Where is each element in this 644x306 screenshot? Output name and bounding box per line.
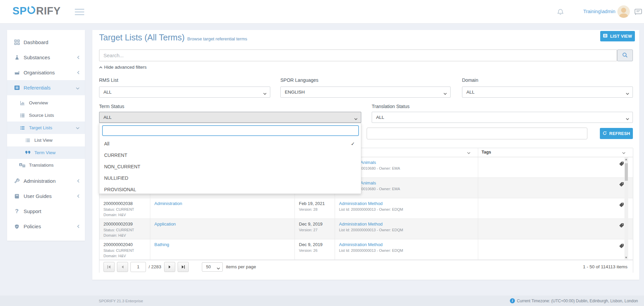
dropdown-option-nullified[interactable]: NULLIFIED	[99, 172, 362, 184]
hide-advanced-filters-link[interactable]: Hide advanced filters	[99, 65, 147, 70]
sidebar-item-substances[interactable]: Substances	[7, 50, 85, 65]
page-title: Target Lists (All Terms)Browse target re…	[99, 33, 247, 42]
last-page-button[interactable]	[178, 262, 189, 272]
top-bar: SPRIFY Training\admin	[0, 0, 644, 24]
dropdown-option-list: All ✓ CURRENT NON_CURRENT NULLIFIED PROV…	[99, 138, 362, 195]
list-meta: List Id: 200000000013 - Owner: EDQM	[339, 228, 474, 233]
previous-page-button[interactable]	[117, 262, 128, 272]
sidebar-item-referentials[interactable]: Referentials	[7, 80, 85, 95]
user-avatar[interactable]	[617, 5, 630, 18]
term-status: Status: CURRENT	[103, 228, 146, 233]
sidebar-item-term-view[interactable]: Term View	[7, 146, 85, 159]
page-count-label: / 2283	[149, 264, 161, 269]
check-icon: ✓	[351, 138, 355, 149]
chevron-down-icon	[217, 266, 220, 271]
page-size-select[interactable]: 50	[202, 262, 223, 272]
scrollbar-thumb[interactable]	[625, 163, 628, 181]
dropdown-option-provisional[interactable]: PROVISIONAL	[99, 184, 362, 195]
sidebar-item-label: User Guides	[24, 193, 52, 199]
sidebar-item-overview[interactable]: Overview	[7, 97, 85, 109]
sidebar-item-support[interactable]: ? Support	[7, 204, 85, 219]
refresh-icon	[603, 131, 607, 136]
items-per-page-label: items per page	[226, 264, 256, 269]
term-link[interactable]: Bathing	[154, 242, 290, 247]
rms-list-select[interactable]: ALL	[99, 87, 270, 98]
chevron-left-icon	[77, 193, 80, 199]
sidebar-item-label: Term View	[34, 150, 56, 155]
sidebar-item-label: Dashboard	[24, 39, 48, 45]
term-status-dropdown: All ✓ CURRENT NON_CURRENT NULLIFIED PROV…	[99, 123, 361, 194]
sidebar-item-source-lists[interactable]: Source Lists	[7, 109, 85, 122]
dropdown-option-non-current[interactable]: NON_CURRENT	[99, 161, 362, 172]
sidebar-item-list-view[interactable]: List View	[7, 134, 85, 146]
sidebar-item-target-lists[interactable]: Target Lists	[7, 122, 85, 134]
list-icon	[25, 138, 31, 143]
refresh-button[interactable]: REFRESH	[600, 128, 633, 139]
table-row[interactable]: 200000002039Status: CURRENTDomain: H&V A…	[99, 219, 633, 239]
dropdown-option-current[interactable]: CURRENT	[99, 149, 362, 161]
term-status-label: Term Status	[99, 104, 124, 109]
sidebar-item-translations[interactable]: A* Translations	[7, 159, 85, 171]
term-link[interactable]: Administration	[154, 201, 290, 206]
footer: SPORIFY 21.3 Enterprise i Current Timezo…	[0, 296, 644, 306]
sidebar-item-user-guides[interactable]: User Guides	[7, 189, 85, 204]
tags-filter-input[interactable]	[367, 128, 587, 139]
term-status-select[interactable]: ALL	[99, 112, 361, 123]
list-view-icon	[603, 33, 608, 39]
scroll-up-icon[interactable]	[625, 159, 627, 160]
domain-select[interactable]: ALL	[462, 87, 633, 98]
list-icon	[19, 126, 25, 130]
notifications-bell-icon[interactable]	[557, 8, 564, 18]
term-id: 200000002040	[103, 242, 146, 247]
translation-status-label: Translation Status	[372, 104, 409, 109]
first-page-button[interactable]	[103, 262, 115, 272]
dropdown-option-all[interactable]: All ✓	[99, 138, 362, 149]
search-input[interactable]	[99, 49, 617, 61]
list-link[interactable]: Administration Method	[339, 242, 474, 247]
tag-icon[interactable]	[619, 161, 624, 168]
list-link[interactable]: Administration Method	[339, 222, 474, 227]
term-domain: Domain: H&V	[103, 253, 146, 259]
sidebar-item-label: Organisations	[24, 70, 55, 75]
term-status: Status: CURRENT	[103, 248, 146, 253]
spor-languages-select[interactable]: ENGLISH	[280, 87, 451, 98]
column-menu-chevron-icon[interactable]	[622, 150, 625, 155]
list-view-button[interactable]: LIST VIEW	[600, 31, 635, 41]
sidebar-item-policies[interactable]: Policies	[7, 219, 85, 234]
sidebar-item-organisations[interactable]: Organisations	[7, 65, 85, 80]
caret-up-icon	[99, 65, 102, 70]
factory-icon	[14, 70, 20, 75]
column-menu-chevron-icon[interactable]	[467, 150, 470, 155]
question-mark-icon: ?	[14, 208, 20, 215]
term-link[interactable]: Application	[154, 222, 290, 227]
tag-icon[interactable]	[619, 243, 624, 250]
page-subtitle-link[interactable]: Browse target referential terms	[187, 36, 247, 41]
dropdown-filter-input[interactable]	[102, 125, 359, 136]
sidebar-item-dashboard[interactable]: Dashboard	[7, 35, 85, 50]
page-number-input[interactable]	[130, 262, 146, 272]
search-button[interactable]	[617, 49, 633, 61]
table-row[interactable]: 200000002040Status: CURRENTDomain: H&V B…	[99, 239, 633, 260]
list-meta: List Id: 200000000013 - Owner: EDQM	[339, 248, 474, 253]
logo-text-right: RIFY	[36, 5, 61, 17]
tag-icon[interactable]	[619, 202, 624, 209]
tag-icon[interactable]	[619, 182, 624, 188]
table-row[interactable]: 200000002038Status: CURRENTDomain: H&V A…	[99, 198, 633, 219]
scroll-down-icon[interactable]	[625, 257, 627, 259]
table-scrollbar[interactable]	[624, 157, 628, 260]
sidebar-item-label: Source Lists	[29, 113, 54, 118]
chevron-down-icon	[626, 91, 629, 96]
header-tags: Tags	[478, 148, 633, 157]
list-link[interactable]: Administration Method	[339, 201, 474, 206]
next-page-button[interactable]	[164, 262, 175, 272]
translation-status-select[interactable]: ALL	[372, 112, 633, 123]
sidebar-item-label: Overview	[29, 100, 48, 105]
search-icon	[622, 52, 628, 59]
tag-icon[interactable]	[619, 223, 624, 229]
sidebar-item-administration[interactable]: Administration	[7, 173, 85, 189]
sporify-logo[interactable]: SPRIFY	[12, 5, 61, 17]
sidebar-item-label: Target Lists	[29, 125, 52, 130]
feedback-chat-icon[interactable]	[635, 9, 642, 17]
current-user-label[interactable]: Training\admin	[583, 9, 615, 14]
menu-toggle-icon[interactable]	[75, 9, 84, 17]
